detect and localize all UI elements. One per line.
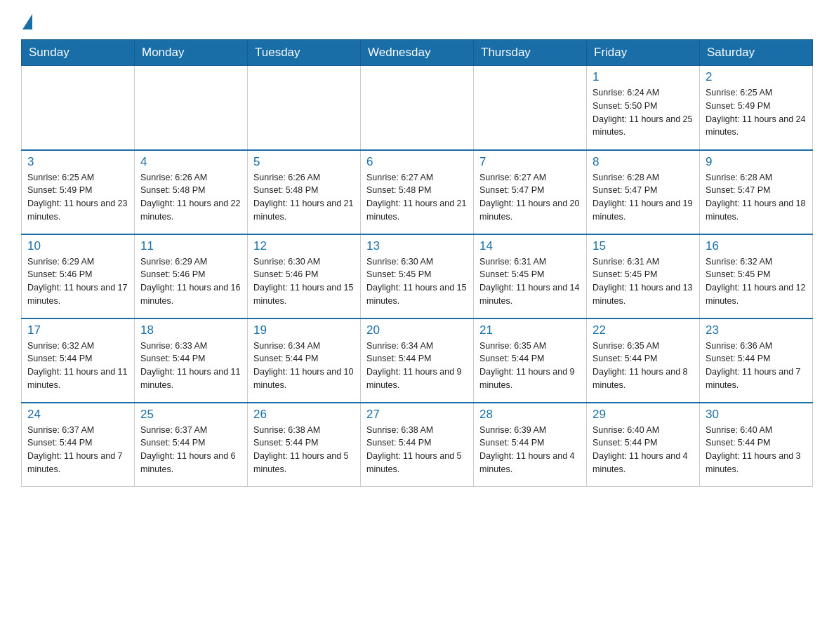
- calendar-cell: 12Sunrise: 6:30 AMSunset: 5:46 PMDayligh…: [248, 234, 361, 318]
- week-row-1: 1Sunrise: 6:24 AMSunset: 5:50 PMDaylight…: [22, 66, 813, 150]
- day-info: Sunrise: 6:28 AMSunset: 5:47 PMDaylight:…: [593, 171, 694, 224]
- day-number: 6: [366, 155, 468, 169]
- day-number: 14: [479, 239, 581, 253]
- day-info: Sunrise: 6:29 AMSunset: 5:46 PMDaylight:…: [140, 255, 241, 308]
- day-info: Sunrise: 6:34 AMSunset: 5:44 PMDaylight:…: [253, 340, 355, 392]
- day-info: Sunrise: 6:29 AMSunset: 5:46 PMDaylight:…: [27, 255, 128, 308]
- calendar-cell: 8Sunrise: 6:28 AMSunset: 5:47 PMDaylight…: [587, 150, 700, 234]
- calendar-cell: 15Sunrise: 6:31 AMSunset: 5:45 PMDayligh…: [587, 234, 700, 318]
- day-info: Sunrise: 6:40 AMSunset: 5:44 PMDaylight:…: [593, 424, 694, 476]
- day-info: Sunrise: 6:35 AMSunset: 5:44 PMDaylight:…: [479, 340, 581, 392]
- calendar-cell: 20Sunrise: 6:34 AMSunset: 5:44 PMDayligh…: [361, 318, 474, 403]
- calendar-cell: 22Sunrise: 6:35 AMSunset: 5:44 PMDayligh…: [587, 318, 700, 403]
- day-info: Sunrise: 6:36 AMSunset: 5:44 PMDaylight:…: [706, 340, 807, 392]
- day-info: Sunrise: 6:32 AMSunset: 5:45 PMDaylight:…: [706, 255, 807, 308]
- day-info: Sunrise: 6:27 AMSunset: 5:48 PMDaylight:…: [366, 171, 468, 224]
- day-info: Sunrise: 6:30 AMSunset: 5:45 PMDaylight:…: [366, 255, 468, 308]
- calendar-cell: 23Sunrise: 6:36 AMSunset: 5:44 PMDayligh…: [700, 318, 813, 403]
- day-number: 28: [479, 408, 581, 422]
- weekday-header-tuesday: Tuesday: [248, 40, 361, 66]
- calendar-cell: 6Sunrise: 6:27 AMSunset: 5:48 PMDaylight…: [361, 150, 474, 234]
- calendar-cell: [248, 66, 361, 150]
- calendar-cell: 2Sunrise: 6:25 AMSunset: 5:49 PMDaylight…: [700, 66, 813, 150]
- day-info: Sunrise: 6:38 AMSunset: 5:44 PMDaylight:…: [366, 424, 468, 476]
- calendar-cell: 14Sunrise: 6:31 AMSunset: 5:45 PMDayligh…: [474, 234, 587, 318]
- week-row-3: 10Sunrise: 6:29 AMSunset: 5:46 PMDayligh…: [22, 234, 813, 318]
- calendar-cell: 18Sunrise: 6:33 AMSunset: 5:44 PMDayligh…: [135, 318, 248, 403]
- logo-triangle-icon: [22, 14, 32, 29]
- day-number: 22: [593, 323, 694, 337]
- day-number: 8: [593, 155, 694, 169]
- day-number: 19: [253, 323, 355, 337]
- day-number: 13: [366, 239, 468, 253]
- weekday-header-wednesday: Wednesday: [361, 40, 474, 66]
- day-number: 24: [27, 408, 128, 422]
- day-number: 21: [479, 323, 581, 337]
- calendar-cell: 7Sunrise: 6:27 AMSunset: 5:47 PMDaylight…: [474, 150, 587, 234]
- day-info: Sunrise: 6:35 AMSunset: 5:44 PMDaylight:…: [593, 340, 694, 392]
- day-number: 7: [479, 155, 581, 169]
- week-row-2: 3Sunrise: 6:25 AMSunset: 5:49 PMDaylight…: [22, 150, 813, 234]
- day-number: 27: [366, 408, 468, 422]
- day-number: 1: [593, 70, 694, 84]
- calendar-cell: 3Sunrise: 6:25 AMSunset: 5:49 PMDaylight…: [22, 150, 135, 234]
- day-number: 20: [366, 323, 468, 337]
- day-number: 23: [706, 323, 807, 337]
- weekday-header-saturday: Saturday: [700, 40, 813, 66]
- calendar-cell: 27Sunrise: 6:38 AMSunset: 5:44 PMDayligh…: [361, 403, 474, 487]
- day-number: 5: [253, 155, 355, 169]
- day-number: 12: [253, 239, 355, 253]
- day-info: Sunrise: 6:34 AMSunset: 5:44 PMDaylight:…: [366, 340, 468, 392]
- day-info: Sunrise: 6:25 AMSunset: 5:49 PMDaylight:…: [706, 86, 807, 139]
- calendar-cell: 4Sunrise: 6:26 AMSunset: 5:48 PMDaylight…: [135, 150, 248, 234]
- calendar-cell: 5Sunrise: 6:26 AMSunset: 5:48 PMDaylight…: [248, 150, 361, 234]
- day-info: Sunrise: 6:24 AMSunset: 5:50 PMDaylight:…: [593, 86, 694, 139]
- day-info: Sunrise: 6:28 AMSunset: 5:47 PMDaylight:…: [706, 171, 807, 224]
- calendar-cell: 1Sunrise: 6:24 AMSunset: 5:50 PMDaylight…: [587, 66, 700, 150]
- day-number: 18: [140, 323, 241, 337]
- calendar-cell: 26Sunrise: 6:38 AMSunset: 5:44 PMDayligh…: [248, 403, 361, 487]
- day-number: 30: [706, 408, 807, 422]
- calendar-cell: [135, 66, 248, 150]
- calendar-cell: 13Sunrise: 6:30 AMSunset: 5:45 PMDayligh…: [361, 234, 474, 318]
- day-info: Sunrise: 6:31 AMSunset: 5:45 PMDaylight:…: [479, 255, 581, 308]
- calendar-cell: 11Sunrise: 6:29 AMSunset: 5:46 PMDayligh…: [135, 234, 248, 318]
- day-number: 2: [706, 70, 807, 84]
- day-info: Sunrise: 6:38 AMSunset: 5:44 PMDaylight:…: [253, 424, 355, 476]
- day-info: Sunrise: 6:27 AMSunset: 5:47 PMDaylight:…: [479, 171, 581, 224]
- day-info: Sunrise: 6:26 AMSunset: 5:48 PMDaylight:…: [140, 171, 241, 224]
- logo: [21, 14, 32, 27]
- day-info: Sunrise: 6:37 AMSunset: 5:44 PMDaylight:…: [140, 424, 241, 476]
- weekday-header-thursday: Thursday: [474, 40, 587, 66]
- day-info: Sunrise: 6:32 AMSunset: 5:44 PMDaylight:…: [27, 340, 128, 392]
- page-header: [21, 14, 813, 27]
- day-info: Sunrise: 6:31 AMSunset: 5:45 PMDaylight:…: [593, 255, 694, 308]
- calendar-cell: 9Sunrise: 6:28 AMSunset: 5:47 PMDaylight…: [700, 150, 813, 234]
- day-number: 26: [253, 408, 355, 422]
- day-info: Sunrise: 6:25 AMSunset: 5:49 PMDaylight:…: [27, 171, 128, 224]
- weekday-header-row: SundayMondayTuesdayWednesdayThursdayFrid…: [22, 40, 813, 66]
- calendar-cell: 30Sunrise: 6:40 AMSunset: 5:44 PMDayligh…: [700, 403, 813, 487]
- weekday-header-friday: Friday: [587, 40, 700, 66]
- calendar-cell: [474, 66, 587, 150]
- day-info: Sunrise: 6:30 AMSunset: 5:46 PMDaylight:…: [253, 255, 355, 308]
- calendar-cell: 25Sunrise: 6:37 AMSunset: 5:44 PMDayligh…: [135, 403, 248, 487]
- day-number: 4: [140, 155, 241, 169]
- calendar-table: SundayMondayTuesdayWednesdayThursdayFrid…: [21, 39, 813, 487]
- day-info: Sunrise: 6:33 AMSunset: 5:44 PMDaylight:…: [140, 340, 241, 392]
- day-number: 3: [27, 155, 128, 169]
- day-number: 11: [140, 239, 241, 253]
- day-number: 9: [706, 155, 807, 169]
- calendar-cell: 21Sunrise: 6:35 AMSunset: 5:44 PMDayligh…: [474, 318, 587, 403]
- calendar-cell: 29Sunrise: 6:40 AMSunset: 5:44 PMDayligh…: [587, 403, 700, 487]
- weekday-header-sunday: Sunday: [22, 40, 135, 66]
- day-info: Sunrise: 6:37 AMSunset: 5:44 PMDaylight:…: [27, 424, 128, 476]
- day-number: 29: [593, 408, 694, 422]
- calendar-cell: [361, 66, 474, 150]
- calendar-cell: 28Sunrise: 6:39 AMSunset: 5:44 PMDayligh…: [474, 403, 587, 487]
- day-number: 15: [593, 239, 694, 253]
- calendar-cell: 19Sunrise: 6:34 AMSunset: 5:44 PMDayligh…: [248, 318, 361, 403]
- weekday-header-monday: Monday: [135, 40, 248, 66]
- day-number: 17: [27, 323, 128, 337]
- calendar-cell: 16Sunrise: 6:32 AMSunset: 5:45 PMDayligh…: [700, 234, 813, 318]
